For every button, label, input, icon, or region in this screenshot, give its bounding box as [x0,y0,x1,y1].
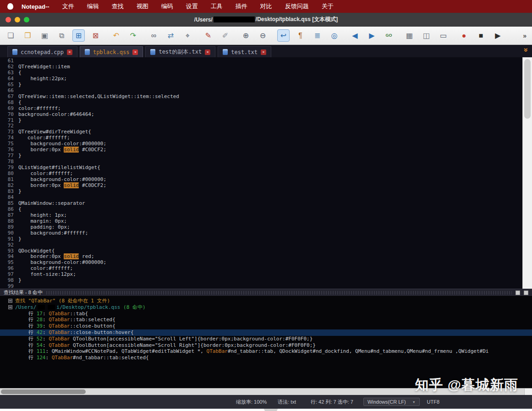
clear-mark-button[interactable]: ✐ [219,29,231,42]
tab-ccnotepad.cpp[interactable]: ccnotepad.cpp✕ [7,46,77,57]
close-file-icon: ⊠ [93,32,99,39]
menu-item[interactable]: 设置 [186,2,198,11]
editor-vscrollbar-thumb[interactable] [524,59,531,119]
result-text: QTabBar::tab{ [49,311,88,317]
menu-item[interactable]: 反馈问题 [285,2,309,11]
collapse-icon[interactable] [8,305,12,309]
new-file-button[interactable]: ❏ [5,29,17,42]
target-button[interactable]: ◎ [328,29,340,42]
tab-close-button[interactable]: ✕ [67,49,72,55]
goto-line-button[interactable]: GO [383,29,395,42]
find-result-row[interactable]: 行 52: QTabBar QToolButton[accessibleName… [0,336,532,342]
find-summary-row[interactable]: 查找 "QTabBar" (8 处命中在 1 文件) [0,298,532,304]
menu-item[interactable]: 关于 [322,2,334,11]
tab-label: test.txt [231,49,258,55]
redo-button[interactable]: ↷ [127,29,139,42]
menu-item[interactable]: 文件 [62,2,74,11]
line-number: 84 [0,195,18,201]
code-text: background-color:#646464; [18,112,94,118]
dock-float-button[interactable] [516,290,520,295]
zoom-out-icon: ⊖ [260,32,266,39]
code-line: 83} [0,189,532,195]
run-macro-button[interactable]: ▶ [492,29,504,42]
find-result-row[interactable]: 行 17: QTabBar::tab{ [0,311,532,317]
stop-macro-button[interactable]: ■ [475,29,487,42]
find-result-row[interactable]: 行 42: QTabBar::close-button:hover{ [0,329,532,336]
toolbar-overflow-icon[interactable]: » [523,32,527,39]
editor[interactable]: 6162QTreeWidget::item63{64 height:22px;6… [0,57,532,289]
screen-button[interactable]: ▭ [437,29,450,42]
code-line: 70background-color:#646464; [0,112,532,118]
editor-lines: 6162QTreeWidget::item63{64 height:22px;6… [0,58,532,289]
tab-test的副本.txt[interactable]: test的副本.txt✕ [145,46,215,57]
find-result-row[interactable]: 行 39: QTabBar::close-button{ [0,323,532,329]
tab-test.txt[interactable]: test.txt✕ [218,46,271,57]
line-number: 63 [0,70,18,76]
replace-button[interactable]: ⇄ [165,29,177,42]
file-path-suffix: i/Desktop/tpblack.qss [56,304,120,311]
find-in-files-button[interactable]: ⌖ [181,29,194,42]
menu-item[interactable]: 对比 [260,2,272,11]
code-text: } [18,189,22,195]
code-line: 88 margin: 0px; [0,219,532,225]
menu-item[interactable]: 查找 [112,2,124,11]
result-row-label: 行 [28,348,37,355]
show-symbol-button[interactable]: ¶ [294,29,307,42]
code-line: 85QMainWindow::separator [0,201,532,207]
save-all-button[interactable]: ⧉ [55,29,68,42]
result-row-label: 行 [28,342,37,349]
horizontal-scrollbar-thumb[interactable] [1,389,86,394]
line-number: 68 [0,100,18,106]
find-result-row[interactable]: 行 28: QTabBar::tab:selected{ [0,317,532,323]
dock-drag-handle[interactable] [46,291,512,295]
tab-overflow-icon[interactable]: » [522,48,531,52]
zoom-window-button[interactable] [24,17,29,22]
code-text: padding: 0px; [18,225,70,230]
file-list-button[interactable]: ⊞ [72,29,85,42]
minimize-window-button[interactable] [15,17,20,22]
result-row-label: 行 [28,355,37,361]
find-result-row[interactable]: 行 54: QTabBar QToolButton[accessibleName… [0,342,532,349]
close-file-button[interactable]: ⊠ [89,29,102,42]
compare-button[interactable]: ▦ [403,29,416,42]
find-button[interactable]: ∞ [148,29,160,42]
find-result-row[interactable]: 行 124: QTabBar#nd_tabbar::tab:selected{ [0,355,532,361]
tab-close-button[interactable]: ✕ [205,49,210,55]
menu-item[interactable]: 视图 [137,2,148,11]
forward-button[interactable]: ▶ [366,29,378,42]
find-file-row[interactable]: /Users/ i/Desktop/tpblack.qss (8 命中) [0,304,532,311]
zoom-out-button[interactable]: ⊖ [257,29,269,42]
record-macro-button[interactable]: ● [458,29,470,42]
menu-item[interactable]: 插件 [236,2,247,11]
apple-icon[interactable] [7,3,13,10]
collapse-icon[interactable] [8,299,12,303]
app-name[interactable]: Notepad-- [22,3,49,10]
menu-item[interactable]: 工具 [211,2,223,11]
search-match: QTabBar [49,329,70,335]
mark-button[interactable]: ✎ [202,29,214,42]
code-text: QTreeView::item::selected,QListWidget::i… [18,94,179,100]
dock-close-button[interactable] [524,290,528,295]
save-button[interactable]: ▣ [38,29,51,42]
indent-guide-button[interactable]: ≣ [311,29,324,42]
open-file-button[interactable]: ❒ [22,29,34,42]
tab-tpblack.qss[interactable]: tpblack.qss✕ [80,46,143,57]
code-text: } [18,118,22,124]
tab-close-button[interactable]: ✕ [132,49,138,55]
code-line: 99 [0,284,532,289]
menu-item[interactable]: 编码 [161,2,173,11]
code-text: QTreeWidget::item [18,64,70,70]
zoom-in-button[interactable]: ⊕ [240,29,252,42]
word-wrap-button[interactable]: ↩ [277,29,290,42]
back-button[interactable]: ◀ [349,29,361,42]
undo-button[interactable]: ↶ [110,29,122,42]
split-view-button[interactable]: ◫ [420,29,433,42]
editor-vscrollbar[interactable] [522,57,532,289]
line-ending-dropdown[interactable]: Windows(CR LF) ▼ [363,398,420,406]
code-line: 84 [0,195,532,201]
redaction-block [48,305,55,310]
tab-close-button[interactable]: ✕ [261,49,266,55]
find-result-row[interactable]: 行 111: QMainWindow#CCNotePad, QTabWidget… [0,348,532,355]
close-window-button[interactable] [5,17,11,22]
menu-item[interactable]: 编辑 [87,2,99,11]
